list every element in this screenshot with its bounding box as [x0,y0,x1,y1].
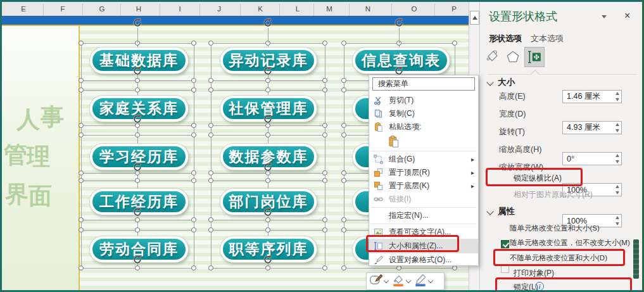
selection-handle[interactable] [322,265,327,270]
size-properties-tab-selected[interactable] [524,47,545,67]
selection-handle[interactable] [265,265,270,270]
effects-pentagon-icon[interactable] [505,49,521,67]
selection-handle[interactable] [79,41,84,46]
selection-handle[interactable] [79,123,84,128]
selection-handle[interactable] [135,132,140,137]
column-header-K[interactable]: K [258,5,263,13]
tab-shape-options[interactable]: 形状选项 [489,33,522,44]
selection-handle[interactable] [191,217,196,222]
rotate-handle-icon[interactable] [262,254,274,265]
selection-handle[interactable] [208,123,213,128]
outline-color-button[interactable] [414,273,432,289]
selection-handle[interactable] [135,265,140,270]
rotate-handle-icon[interactable] [132,17,143,29]
selection-handle[interactable] [322,78,327,83]
column-header-P[interactable]: P [451,5,457,13]
menu-search-input[interactable]: 搜索菜单 [372,77,475,91]
height-input[interactable]: 1.46 厘米 [562,90,622,103]
rotate-handle-icon[interactable] [393,17,405,29]
selection-handle[interactable] [341,41,346,46]
selection-handle[interactable] [79,217,84,222]
selection-handle[interactable] [265,178,270,183]
selection-handle[interactable] [208,132,213,137]
menu-item-assign-macro[interactable]: 指定宏(N)... [369,209,478,222]
menu-item-send-to-back[interactable]: 置于底层(K)▸ [369,179,478,193]
selection-handle[interactable] [191,41,196,46]
selection-handle[interactable] [208,78,213,83]
selection-handle[interactable] [341,78,346,83]
selection-handle[interactable] [341,87,346,92]
selection-handle[interactable] [191,132,196,137]
selection-handle[interactable] [79,265,84,270]
selection-handle[interactable] [265,217,270,222]
selection-handle[interactable] [341,132,346,137]
selection-handle[interactable] [322,227,327,232]
column-header-F[interactable]: F [60,5,65,13]
selection-handle[interactable] [79,227,84,232]
pane-scrollbar-thumb[interactable] [633,239,639,279]
selection-handle[interactable] [79,87,84,92]
selection-handle[interactable] [341,227,346,232]
selection-handle[interactable] [341,170,346,175]
selection-handle[interactable] [135,78,140,83]
rotate-handle-icon[interactable] [132,162,143,173]
selection-handle[interactable] [208,227,213,232]
scale-height-spinner[interactable] [616,185,619,194]
selection-handle[interactable] [341,178,346,183]
menu-item-bring-to-front[interactable]: 置于顶层(R)▸ [369,166,478,179]
column-headers[interactable]: EFGHIJKLMNOP [2,2,469,16]
selection-handle[interactable] [322,87,327,92]
pane-menu-caret-icon[interactable] [602,15,607,18]
rotation-spinner[interactable] [616,154,619,163]
selection-handle[interactable] [135,178,140,183]
selection-handle[interactable] [208,178,213,183]
rotate-handle-icon[interactable] [132,254,143,265]
width-spinner[interactable] [616,123,619,132]
height-spinner[interactable] [616,92,619,101]
shape-style-button[interactable] [369,273,388,289]
selection-handle[interactable] [79,170,84,175]
column-header-N[interactable]: N [365,5,370,13]
selection-handle[interactable] [191,265,196,270]
rotate-handle-icon[interactable] [262,206,274,218]
menu-item-format-object[interactable]: 设置对象格式(O)... [369,253,478,267]
selection-handle[interactable] [191,123,196,128]
selection-handle[interactable] [265,87,270,92]
selection-handle[interactable] [322,170,327,175]
selection-handle[interactable] [341,217,346,222]
rotate-handle-icon[interactable] [262,17,274,29]
selection-handle[interactable] [79,78,84,83]
selection-handle[interactable] [265,227,270,232]
selection-handle[interactable] [191,178,196,183]
column-header-L[interactable]: L [296,5,300,13]
selection-handle[interactable] [322,132,327,137]
column-header-G[interactable]: G [99,5,105,13]
scrollbar-up-button[interactable] [470,11,479,25]
selection-handle[interactable] [322,217,327,222]
scale-width-spinner[interactable] [616,216,619,225]
fill-color-button[interactable] [391,273,410,289]
column-header-J[interactable]: J [217,5,221,13]
rotation-input[interactable]: 0° [562,152,622,165]
selection-handle[interactable] [135,87,140,92]
column-header-H[interactable]: H [136,5,141,13]
menu-item-cut[interactable]: 剪切(T) [369,94,478,107]
menu-item-group[interactable]: 组合(G)▸ [369,153,478,166]
selection-handle[interactable] [191,78,196,83]
fill-bucket-icon[interactable] [485,49,500,67]
rotate-handle-icon[interactable] [262,65,274,77]
rotate-handle-icon[interactable] [132,206,143,218]
column-header-O[interactable]: O [412,5,417,13]
column-header-I[interactable]: I [179,5,180,13]
rotate-handle-icon[interactable] [262,162,274,173]
selection-handle[interactable] [191,87,196,92]
selection-handle[interactable] [322,123,327,128]
column-header-E[interactable]: E [21,5,26,13]
selection-handle[interactable] [208,265,213,270]
selection-handle[interactable] [265,132,270,137]
rotate-handle-icon[interactable] [262,113,274,125]
selection-handle[interactable] [208,87,213,92]
selection-handle[interactable] [208,41,213,46]
menu-item-paste-keep-format[interactable] [369,134,478,149]
selection-handle[interactable] [135,217,140,222]
